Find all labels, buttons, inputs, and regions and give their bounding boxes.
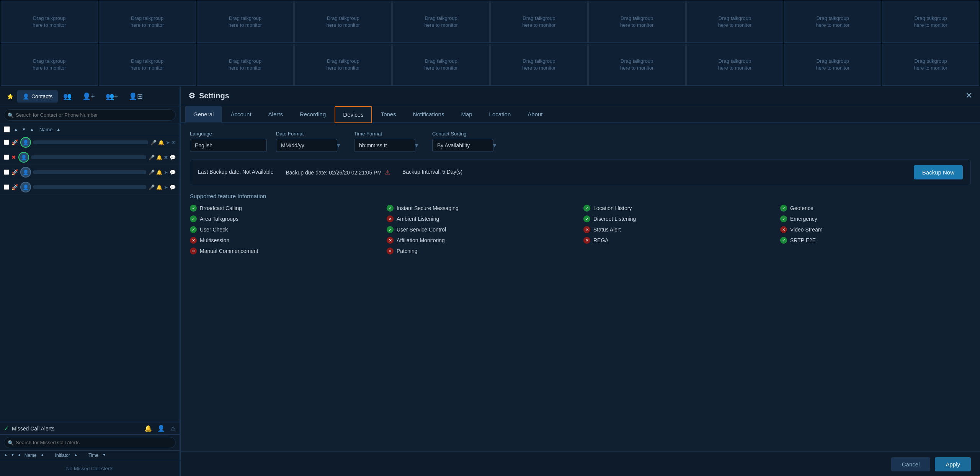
tab-tones[interactable]: Tones (373, 106, 404, 123)
search-input[interactable] (4, 109, 176, 121)
feature-status-dot: ✕ (387, 215, 394, 222)
mc-initiator-sort[interactable]: ▲ (74, 453, 78, 458)
monitor-cell[interactable]: Drag talkgrouphere to monitor (1, 1, 98, 43)
tab-contacts[interactable]: 👤 Contacts (17, 90, 58, 103)
contact-name-blurred (31, 155, 146, 159)
sort-icon-mc2[interactable]: ▼ (11, 453, 15, 458)
select-all-checkbox[interactable] (4, 126, 10, 132)
add-group-icon: 👥+ (106, 92, 118, 101)
mc-name-sort[interactable]: ▲ (41, 453, 44, 458)
features-title: Supported feature Information (190, 193, 971, 199)
close-button[interactable]: ✕ (965, 91, 972, 100)
sort-icon-mc1[interactable]: ▲ (4, 453, 8, 458)
name-column-header: Name (39, 127, 53, 132)
contact-row[interactable]: 🚀 👤 🎤🔔➤💬 (0, 180, 180, 195)
feature-label: Emergency (790, 216, 817, 222)
monitor-cell[interactable]: Drag talkgrouphere to monitor (490, 1, 588, 43)
monitor-cell[interactable]: Drag talkgrouphere to monitor (882, 44, 979, 86)
contact-sorting-select[interactable]: By Availability By Name By Status (432, 139, 493, 152)
tab-notifications[interactable]: Notifications (405, 106, 452, 123)
mic-icon: 🎤 (150, 140, 157, 145)
tab-star[interactable]: ⭐ (3, 90, 17, 103)
chat-gray-icon: 💬 (170, 184, 176, 190)
sort-down-icon[interactable]: ▼ (22, 127, 26, 132)
monitor-cell[interactable]: Drag talkgrouphere to monitor (392, 1, 490, 43)
avatar: 👤 (20, 182, 31, 192)
feature-user-check: ✓ User Check (190, 226, 381, 233)
msg-icon: ✉ (172, 140, 176, 145)
feature-label: Patching (397, 248, 417, 254)
contact-checkbox[interactable] (4, 155, 9, 160)
monitor-cell[interactable]: Drag talkgrouphere to monitor (686, 44, 784, 86)
date-format-select[interactable]: MM/dd/yy dd/MM/yy yy/MM/dd (276, 139, 337, 152)
language-input[interactable] (190, 139, 267, 152)
tab-location[interactable]: Location (481, 106, 519, 123)
feature-status-dot: ✓ (190, 215, 197, 222)
feature-status-dot: ✕ (583, 237, 590, 244)
add-contact-icon: 👤+ (82, 92, 95, 101)
contact-checkbox[interactable] (4, 184, 9, 190)
monitor-cell[interactable]: Drag talkgrouphere to monitor (99, 1, 196, 43)
backup-now-button[interactable]: Backup Now (914, 165, 963, 179)
chat-gray-icon: 💬 (170, 155, 176, 160)
monitor-cell[interactable]: Drag talkgrouphere to monitor (294, 44, 392, 86)
tab-map[interactable]: Map (453, 106, 480, 123)
time-format-select[interactable]: hh:mm:ss tt HH:mm:ss (354, 139, 415, 152)
name-sort-icon[interactable]: ▲ (56, 127, 60, 132)
monitor-cell[interactable]: Drag talkgrouphere to monitor (392, 44, 490, 86)
missed-call-search-input[interactable] (4, 437, 176, 448)
contact-checkbox[interactable] (4, 170, 9, 175)
tab-add-group[interactable]: 👥+ (100, 89, 124, 104)
tab-more[interactable]: 👤⊞ (123, 89, 148, 104)
bell-icon[interactable]: 🔔 (144, 425, 152, 432)
monitor-cell[interactable]: Drag talkgrouphere to monitor (588, 44, 686, 86)
mc-time-sort[interactable]: ▼ (102, 453, 106, 458)
tab-general[interactable]: General (185, 106, 222, 123)
feature-status-dot: ✕ (190, 237, 197, 244)
missed-search-icon: 🔍 (8, 440, 14, 445)
sort-up2-icon[interactable]: ▲ (30, 127, 34, 132)
apply-button[interactable]: Apply (935, 457, 971, 471)
monitor-cell[interactable]: Drag talkgrouphere to monitor (197, 1, 294, 43)
feature-status-dot: ✓ (583, 215, 590, 222)
tab-recording[interactable]: Recording (292, 106, 334, 123)
language-label: Language (190, 131, 267, 137)
feature-affiliation-monitoring: ✕ Affiliation Monitoring (387, 237, 577, 244)
monitor-cell[interactable]: Drag talkgrouphere to monitor (784, 44, 881, 86)
monitor-cell[interactable]: Drag talkgrouphere to monitor (686, 1, 784, 43)
left-panel: ⭐ 👤 Contacts 👥 👤+ 👥+ 👤⊞ 🔍 (0, 86, 180, 476)
monitor-cell[interactable]: Drag talkgrouphere to monitor (294, 1, 392, 43)
contact-row[interactable]: ✖ 👤 🎤🔔✖💬 (0, 150, 180, 165)
tab-groups[interactable]: 👥 (58, 89, 77, 104)
warning-icon[interactable]: ⚠ (170, 425, 176, 432)
nav-icon: ➤ (164, 170, 168, 175)
monitor-cell[interactable]: Drag talkgrouphere to monitor (490, 44, 588, 86)
bell-icon: 🔔 (156, 155, 162, 160)
sort-icon-mc3[interactable]: ▲ (18, 453, 21, 458)
feature-label: User Service Control (397, 227, 446, 233)
tab-about[interactable]: About (519, 106, 550, 123)
contact-checkbox[interactable] (4, 140, 9, 145)
contact-row[interactable]: 🚀 👤 🎤🔔➤✉ (0, 135, 180, 150)
person-badge-icon[interactable]: 👤 (157, 425, 165, 432)
feature-label: User Check (200, 227, 228, 233)
settings-content: Language Date Format MM/dd/yy dd/MM/yy y… (181, 123, 980, 452)
tab-alerts[interactable]: Alerts (260, 106, 291, 123)
monitor-cell[interactable]: Drag talkgrouphere to monitor (882, 1, 979, 43)
monitor-cell[interactable]: Drag talkgrouphere to monitor (197, 44, 294, 86)
feature-geofence: ✓ Geofence (780, 205, 971, 212)
cancel-button[interactable]: Cancel (891, 457, 931, 471)
contact-row[interactable]: 🚀 👤 🎤🔔➤💬 (0, 165, 180, 180)
mic-icon: 🎤 (149, 184, 155, 190)
monitor-cell[interactable]: Drag talkgrouphere to monitor (1, 44, 98, 86)
feature-status-alert: ✕ Status Alert (583, 226, 774, 233)
monitor-cell[interactable]: Drag talkgrouphere to monitor (784, 1, 881, 43)
tab-account[interactable]: Account (222, 106, 259, 123)
tab-add-contact[interactable]: 👤+ (77, 89, 100, 104)
monitor-cell[interactable]: Drag talkgrouphere to monitor (99, 44, 196, 86)
sort-up-icon[interactable]: ▲ (14, 127, 18, 132)
tab-devices[interactable]: Devices (335, 106, 372, 123)
backup-warning-icon: ⚠ (385, 169, 390, 176)
monitor-cell[interactable]: Drag talkgrouphere to monitor (588, 1, 686, 43)
missed-call-title-text: Missed Call Alerts (12, 425, 54, 432)
